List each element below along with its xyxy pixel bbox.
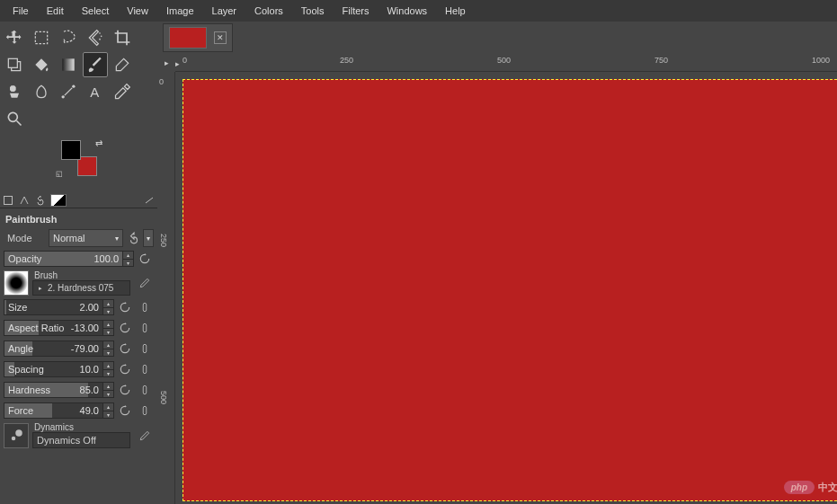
clone-tool[interactable] [2,79,27,104]
force-link-icon[interactable] [136,402,154,420]
tool-options-tab-icon[interactable] [2,194,14,207]
menu-help[interactable]: Help [436,2,475,20]
spacing-link-icon[interactable] [136,360,154,378]
rect-select-tool[interactable] [29,25,54,50]
mode-reset-icon[interactable] [125,229,143,247]
hardness-slider[interactable]: Hardness85.0 [4,382,103,398]
bucket-fill-tool[interactable] [29,52,54,77]
force-reset-icon[interactable] [116,402,134,420]
crop-tool[interactable] [110,25,135,50]
angle-spinner[interactable]: ▴▾ [103,340,114,357]
watermark: php 中文网 [784,481,837,494]
opacity-reset-icon[interactable] [136,250,154,268]
mode-select[interactable]: Normal▾ [49,229,123,247]
brush-edit-icon[interactable] [136,274,154,292]
aspect-ratio-slider[interactable]: Aspect Ratio-13.00 [4,320,103,336]
paintbrush-tool[interactable] [83,52,108,77]
move-tool[interactable] [2,25,27,50]
foreground-color[interactable] [61,140,81,160]
svg-rect-5 [62,58,74,70]
free-select-tool[interactable] [56,25,81,50]
canvas[interactable]: php 中文网 [183,79,837,501]
spacing-spinner[interactable]: ▴▾ [103,361,114,377]
svg-point-6 [62,95,65,98]
tool-options-panel: Paintbrush Mode Normal▾ ▾ Opacity100.0 ▴… [0,208,157,455]
spacing-reset-icon[interactable] [116,360,134,378]
opacity-slider[interactable]: Opacity100.0 [4,251,123,267]
spacing-slider[interactable]: Spacing10.0 [4,361,103,377]
hardness-spinner[interactable]: ▴▾ [103,382,114,398]
menu-filters[interactable]: Filters [334,2,378,20]
gradient-tool[interactable] [56,52,81,77]
size-link-icon[interactable] [136,298,154,316]
hardness-reset-icon[interactable] [116,381,134,399]
svg-point-3 [99,39,101,40]
dynamics-label: Dynamics [32,422,130,432]
size-spinner[interactable]: ▴▾ [103,299,114,315]
swap-colors-icon[interactable]: ⇄ [95,138,102,148]
eraser-tool[interactable] [110,52,135,77]
menubar: File Edit Select View Image Layer Colors… [0,0,837,22]
dynamics-edit-icon[interactable] [136,427,154,445]
dynamics-select[interactable]: Dynamics Off [32,432,130,448]
transform-tool[interactable] [2,52,27,77]
svg-point-1 [99,32,101,34]
angle-slider[interactable]: Angle-79.00 [4,340,103,357]
canvas-area: ✕ ▸ 0 250 500 ▸ 0 250 500 750 1000 [157,22,837,504]
left-panel: A ⇄ ◱ Paintbrush Mode [0,22,157,504]
menu-select[interactable]: Select [73,2,119,20]
menu-layer[interactable]: Layer [203,2,246,20]
svg-point-9 [8,112,17,121]
svg-point-2 [101,36,102,38]
menu-colors[interactable]: Colors [245,2,292,20]
images-tab-icon[interactable] [50,194,67,207]
menu-view[interactable]: View [118,2,157,20]
svg-text:A: A [90,84,99,100]
brush-label: Brush [32,270,130,280]
horizontal-ruler[interactable]: ▸ 0 250 500 750 1000 [175,54,837,72]
svg-rect-15 [143,385,147,393]
fuzzy-select-tool[interactable] [83,25,108,50]
mode-label: Mode [4,233,49,243]
aspect-spinner[interactable]: ▴▾ [103,320,114,336]
dock-tab-strip [0,192,157,208]
menu-tools[interactable]: Tools [292,2,334,20]
opacity-spinner[interactable]: ▴▾ [123,251,134,267]
svg-rect-13 [143,344,147,352]
image-tabs: ✕ [157,22,837,54]
menu-edit[interactable]: Edit [38,2,73,20]
default-colors-icon[interactable]: ◱ [56,170,63,178]
dynamics-preview[interactable] [4,423,29,448]
hardness-link-icon[interactable] [136,381,154,399]
close-image-icon[interactable]: ✕ [214,31,227,44]
configure-tab-icon[interactable] [143,194,156,207]
size-reset-icon[interactable] [116,298,134,316]
path-tool[interactable] [56,79,81,104]
menu-image[interactable]: Image [157,2,203,20]
angle-reset-icon[interactable] [116,340,134,358]
image-tab[interactable]: ✕ [163,23,233,52]
menu-windows[interactable]: Windows [378,2,436,20]
size-slider[interactable]: Size2.00 [4,299,103,315]
svg-rect-10 [4,196,13,204]
svg-point-18 [15,429,22,437]
svg-rect-4 [8,58,17,67]
device-status-tab-icon[interactable] [18,194,31,207]
smudge-tool[interactable] [29,79,54,104]
brush-preview[interactable] [4,270,29,296]
aspect-link-icon[interactable] [136,319,154,337]
vertical-ruler[interactable]: 0 250 500 [157,72,175,504]
aspect-reset-icon[interactable] [116,319,134,337]
undo-history-tab-icon[interactable] [34,194,47,207]
brush-select[interactable]: ▸2. Hardness 075 [32,280,130,296]
svg-rect-16 [143,406,147,414]
force-slider[interactable]: Force49.0 [4,402,103,419]
text-tool[interactable]: A [83,79,108,104]
menu-file[interactable]: File [4,2,38,20]
mode-extra-chevron[interactable]: ▾ [143,229,154,247]
force-spinner[interactable]: ▴▾ [103,402,114,419]
angle-link-icon[interactable] [136,340,154,358]
color-picker-tool[interactable] [110,79,135,104]
zoom-tool[interactable] [2,106,27,131]
ruler-corner[interactable]: ▸ [157,54,175,72]
